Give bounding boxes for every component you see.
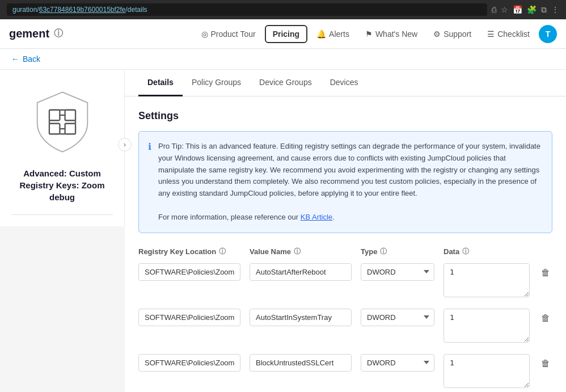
value-name-2[interactable] [250,309,352,326]
back-arrow-icon: ← [11,54,19,64]
nav-pricing-label: Pricing [273,29,299,39]
app-title-text: gement [9,27,49,40]
checklist-icon: ☰ [487,29,495,39]
expand-sidebar-button[interactable]: › [118,138,132,151]
tabs: Details Policy Groups Device Groups Devi… [125,70,566,96]
nav-pricing[interactable]: Pricing [265,25,307,43]
kb-article-link[interactable]: KB Article [301,213,332,221]
content-area: Details Policy Groups Device Groups Devi… [125,70,566,392]
app-title: gement ⓘ [9,27,63,40]
nav-alerts[interactable]: 🔔 Alerts [310,26,356,42]
menu-icon[interactable]: ⋮ [551,5,559,15]
puzzle-icon[interactable]: 🧩 [527,5,537,15]
table-headers: Registry Key Location ⓘ Value Name ⓘ Typ… [138,247,552,261]
registry-row-3: DWORD QWORD SZ EXPAND_SZ MULTI_SZ BINARY… [138,354,552,388]
browser-chrome: guration/63c77848619b7600015bf2fe/detail… [0,0,566,19]
type-select-3[interactable]: DWORD QWORD SZ EXPAND_SZ MULTI_SZ BINARY [361,354,434,372]
nav-support-label: Support [443,29,471,39]
registry-row-2: DWORD QWORD SZ EXPAND_SZ MULTI_SZ BINARY… [138,309,552,343]
type-select-2[interactable]: DWORD QWORD SZ EXPAND_SZ MULTI_SZ BINARY [361,309,434,326]
url-highlight: 63c77848619b7600015bf2fe [39,6,126,14]
user-avatar[interactable]: T [539,25,557,43]
app-header: gement ⓘ ◎ Product Tour Pricing 🔔 Alerts… [0,19,566,49]
nav-product-tour[interactable]: ◎ Product Tour [195,26,263,42]
registry-key-1[interactable] [138,263,240,281]
nav-whats-new-label: What's New [375,29,417,39]
tab-policy-groups[interactable]: Policy Groups [183,70,250,96]
nav-whats-new[interactable]: ⚑ What's New [358,26,424,42]
data-textarea-3[interactable]: 1 [443,354,530,388]
tab-device-groups[interactable]: Device Groups [250,70,321,96]
registry-row-1: DWORD QWORD SZ EXPAND_SZ MULTI_SZ BINARY… [138,263,552,297]
policy-icon [28,88,96,156]
url-suffix: /details [126,6,147,14]
nav-checklist[interactable]: ☰ Checklist [480,26,537,42]
data-textarea-2[interactable]: 1 [443,309,530,343]
url-prefix: guration/ [12,6,39,14]
info-box: ℹ Pro Tip: This is an advanced feature. … [138,131,552,233]
content-inner: Settings ℹ Pro Tip: This is an advanced … [125,96,566,392]
main-layout: Advanced: Custom Registry Keys: Zoom deb… [0,70,566,392]
back-label: Back [23,54,40,64]
window-icon[interactable]: ⧉ [541,5,547,15]
registry-key-3[interactable] [138,354,240,372]
info-circle-icon: ℹ [148,141,151,224]
header-nav: ◎ Product Tour Pricing 🔔 Alerts ⚑ What's… [195,25,557,43]
sidebar-title: Advanced: Custom Registry Keys: Zoom deb… [11,167,113,203]
th-value-name-info-icon[interactable]: ⓘ [294,247,301,256]
th-registry-key-info-icon[interactable]: ⓘ [219,247,226,256]
delete-row-2-button[interactable]: 🗑 [539,309,552,328]
th-value-name: Value Name ⓘ [250,247,352,256]
th-data-info-icon[interactable]: ⓘ [462,247,469,256]
whats-new-icon: ⚑ [365,29,373,39]
ext-icon[interactable]: 📅 [513,5,522,15]
url-bar[interactable]: guration/63c77848619b7600015bf2fe/detail… [7,3,487,16]
value-name-1[interactable] [250,263,352,281]
th-data: Data ⓘ [443,247,552,256]
registry-key-2[interactable] [138,309,240,326]
back-button[interactable]: ← Back [11,54,40,64]
th-type-info-icon[interactable]: ⓘ [380,247,387,256]
nav-support[interactable]: ⚙ Support [426,26,478,42]
back-bar: ← Back [0,49,566,70]
settings-heading: Settings [138,110,552,122]
product-tour-icon: ◎ [201,29,208,39]
browser-icons: ⎙ ☆ 📅 🧩 ⧉ ⋮ [492,5,559,15]
nav-product-tour-label: Product Tour [211,29,256,39]
data-textarea-1[interactable]: 1 [443,263,530,297]
delete-row-3-button[interactable]: 🗑 [539,354,552,373]
th-type: Type ⓘ [361,247,434,256]
type-select-1[interactable]: DWORD QWORD SZ EXPAND_SZ MULTI_SZ BINARY [361,263,434,281]
sidebar-wrapper: Advanced: Custom Registry Keys: Zoom deb… [0,70,125,392]
sidebar-divider [11,214,113,215]
info-icon[interactable]: ⓘ [54,28,63,40]
support-icon: ⚙ [433,29,441,39]
star-icon[interactable]: ☆ [501,5,508,15]
value-name-3[interactable] [250,354,352,372]
nav-checklist-label: Checklist [497,29,530,39]
sidebar: Advanced: Custom Registry Keys: Zoom deb… [0,70,125,226]
alerts-icon: 🔔 [316,29,326,39]
share-icon[interactable]: ⎙ [492,5,496,15]
nav-alerts-label: Alerts [329,29,349,39]
tab-details[interactable]: Details [138,70,183,96]
tab-devices[interactable]: Devices [321,70,368,96]
th-registry-key: Registry Key Location ⓘ [138,247,240,256]
info-box-text: Pro Tip: This is an advanced feature. Ed… [158,141,543,224]
delete-row-1-button[interactable]: 🗑 [539,263,552,283]
